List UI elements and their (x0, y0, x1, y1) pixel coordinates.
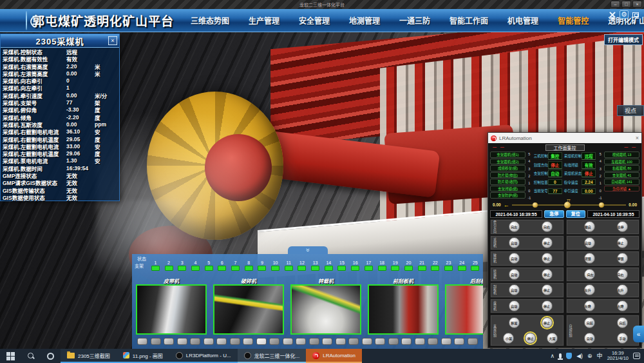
camera-pager-item[interactable] (204, 338, 214, 345)
support-status-cell[interactable]: 13 (308, 260, 322, 271)
cortana-button[interactable] (41, 349, 61, 363)
camera-pager-item[interactable] (230, 338, 240, 345)
camera-pager-item[interactable] (151, 338, 161, 345)
round-control-button[interactable]: 小架 (503, 333, 514, 344)
estop-button[interactable]: 急停 (544, 210, 564, 218)
position-slider[interactable]: 77 (512, 202, 627, 208)
camera-pager-item[interactable] (269, 338, 279, 345)
support-status-cell[interactable]: 18 (375, 260, 389, 271)
tools-icon[interactable] (608, 10, 617, 19)
round-control-button[interactable]: 向右 (617, 269, 628, 280)
support-status-cell[interactable]: 10 (269, 260, 282, 271)
nav-item[interactable]: 机电管理 (507, 15, 538, 26)
close-icon[interactable]: × (108, 36, 117, 45)
round-control-button[interactable]: 移架 (509, 317, 520, 328)
camera-thumbnail[interactable] (445, 284, 483, 335)
support-status-cell[interactable]: 21 (415, 260, 429, 271)
notifications-icon[interactable] (633, 353, 640, 359)
camera-pager-item[interactable] (454, 338, 464, 345)
camera-pager-item[interactable] (375, 338, 385, 345)
round-control-button[interactable]: 向后 (617, 317, 628, 328)
side-collapse-button[interactable]: « (633, 326, 644, 342)
support-status-cell[interactable]: 7 (229, 260, 242, 271)
camera-thumbnail[interactable] (368, 284, 439, 335)
function-button[interactable]: 防片帮(伸出) (490, 172, 526, 179)
round-control-button[interactable]: 自动 (584, 333, 595, 344)
minimize-button[interactable]: – (611, 1, 620, 8)
function-button[interactable]: 支架跟机 41 (604, 172, 639, 179)
camera-pager-item[interactable] (428, 338, 438, 345)
viewpoint-tab[interactable]: 视点 (617, 105, 644, 116)
camera-pager-item[interactable] (336, 338, 346, 345)
round-control-button[interactable]: 启动 (509, 300, 520, 311)
nav-item[interactable]: 一通三防 (399, 15, 430, 26)
taskbar-app-button[interactable]: LRAutomation (306, 349, 362, 363)
support-status-cell[interactable]: 19 (388, 260, 402, 271)
round-control-button[interactable]: 停止 (542, 253, 553, 264)
function-button[interactable]: 成组移架(组) (490, 165, 526, 172)
round-control-button[interactable]: 启动 (509, 269, 520, 280)
round-control-button[interactable]: 启动 (584, 237, 595, 248)
support-status-cell[interactable]: 6 (215, 260, 229, 271)
support-status-cell[interactable]: 23 (442, 260, 455, 271)
round-control-button[interactable]: 总停 (617, 221, 628, 232)
support-status-cell[interactable]: 4 (189, 260, 202, 271)
camera-pager-item[interactable] (177, 338, 187, 345)
taskbar-app-button[interactable]: 2305三维截图 (61, 349, 117, 363)
round-control-button[interactable]: 停止 (542, 284, 553, 295)
round-control-button[interactable]: 停止 (617, 237, 628, 248)
round-control-button[interactable]: 启动 (509, 253, 520, 264)
close-button[interactable]: × (632, 1, 642, 8)
reset-button[interactable]: 复位 (566, 210, 586, 218)
camera-thumbnail[interactable] (136, 284, 207, 335)
round-control-button[interactable]: 停止 (525, 333, 536, 344)
round-control-button[interactable]: 停止 (542, 300, 553, 311)
round-control-button[interactable]: 闭锁 (584, 253, 595, 264)
function-button[interactable]: 自动跟机 141 (604, 179, 639, 185)
speaker-icon[interactable]: ◀) (576, 353, 583, 359)
support-status-cell[interactable]: 8 (242, 260, 256, 271)
taskbar-search-button[interactable] (21, 349, 41, 363)
round-control-button[interactable]: 向前 (584, 317, 595, 328)
round-control-button[interactable]: ←向左 (584, 269, 595, 280)
network-icon[interactable]: ⊕ (587, 353, 592, 359)
gear-icon[interactable]: ⚙ (620, 10, 629, 19)
round-control-button[interactable]: 停止 (542, 269, 553, 280)
open-edit-mode-button[interactable]: 打开编辑模式 (604, 34, 643, 45)
round-control-button[interactable]: 向左 (509, 221, 520, 232)
collapse-panel-tab[interactable]: « (288, 246, 328, 254)
support-status-cell[interactable]: 9 (256, 260, 269, 271)
camera-pager-item[interactable] (441, 338, 451, 345)
camera-pager-item[interactable] (322, 338, 332, 345)
camera-pager-item[interactable] (256, 338, 267, 345)
function-button[interactable]: 急停闭锁 ▲ (604, 186, 639, 192)
camera-pager-item[interactable] (362, 338, 372, 345)
support-status-cell[interactable]: 16 (348, 260, 362, 271)
round-control-button[interactable]: 停止 (542, 237, 553, 248)
camera-pager-item[interactable] (190, 338, 200, 345)
camera-pager-item[interactable] (309, 338, 319, 345)
camera-pager-item[interactable] (388, 338, 399, 345)
round-control-button[interactable]: 停止 (542, 317, 553, 328)
function-button[interactable]: 支架跟机(组2) (490, 159, 526, 165)
camera-pager-item[interactable] (283, 338, 293, 345)
close-icon[interactable]: × (636, 135, 639, 141)
camera-pager-item[interactable] (348, 338, 359, 345)
nav-item[interactable]: 智能工作面 (450, 15, 488, 26)
function-button[interactable]: 支架闭锁(组) (490, 186, 526, 192)
taskbar-app-button[interactable]: LR3DPlatform - U... (169, 349, 238, 363)
ime-indicator[interactable]: 中 (597, 353, 603, 359)
camera-pager-item[interactable] (296, 338, 306, 345)
camera-thumbnail[interactable] (290, 284, 361, 335)
support-status-cell[interactable]: 1 (149, 260, 162, 271)
round-control-button[interactable]: 大架 (547, 333, 558, 344)
start-button[interactable] (0, 349, 21, 363)
camera-pager-item[interactable] (401, 338, 412, 345)
camera-pager-item[interactable] (216, 338, 227, 345)
fullscreen-icon[interactable] (631, 10, 640, 19)
camera-thumbnail[interactable] (213, 284, 284, 335)
support-status-cell[interactable]: 14 (322, 260, 336, 271)
microphone-icon[interactable] (559, 353, 562, 358)
round-control-button[interactable]: 右降 (617, 300, 628, 311)
nav-item[interactable]: 生产管理 (249, 15, 279, 26)
